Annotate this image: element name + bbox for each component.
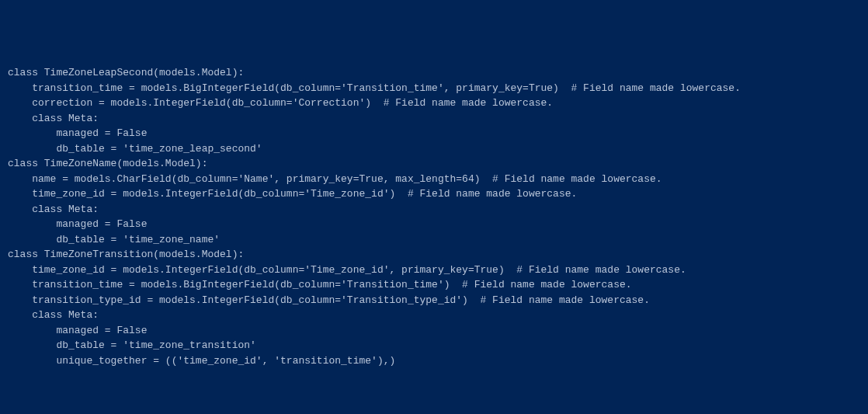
code-line: db_table = 'time_zone_name' [8, 232, 860, 248]
code-line: class TimeZoneLeapSecond(models.Model): [8, 65, 860, 81]
code-line: class Meta: [8, 111, 860, 127]
code-line: class TimeZoneTransition(models.Model): [8, 247, 860, 263]
code-line: class Meta: [8, 308, 860, 323]
code-line: correction = models.IntegerField(db_colu… [8, 96, 860, 111]
code-line: managed = False [8, 217, 860, 232]
code-line: time_zone_id = models.IntegerField(db_co… [8, 263, 860, 278]
code-line: name = models.CharField(db_column='Name'… [8, 172, 860, 187]
code-line: db_table = 'time_zone_leap_second' [8, 141, 860, 157]
code-line: transition_type_id = models.IntegerField… [8, 293, 860, 308]
code-line: managed = False [8, 126, 860, 141]
code-line: class TimeZoneName(models.Model): [8, 156, 860, 172]
code-line: db_table = 'time_zone_transition' [8, 338, 860, 353]
code-editor[interactable]: class TimeZoneLeapSecond(models.Model): … [8, 65, 860, 368]
code-line: unique_together = (('time_zone_id', 'tra… [8, 353, 860, 369]
code-line: time_zone_id = models.IntegerField(db_co… [8, 186, 860, 202]
code-line: managed = False [8, 323, 860, 339]
code-line: class Meta: [8, 202, 860, 217]
code-line: transition_time = models.BigIntegerField… [8, 277, 860, 293]
code-line: transition_time = models.BigIntegerField… [8, 81, 860, 96]
